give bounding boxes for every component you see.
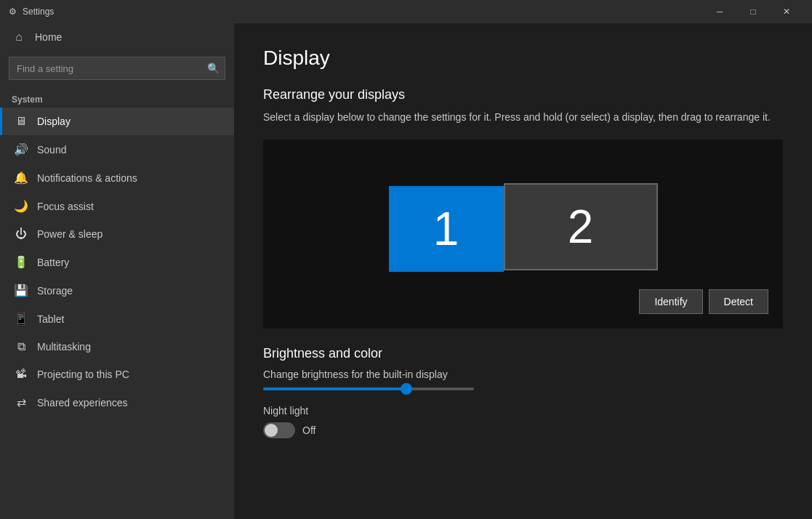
brightness-slider-track[interactable]: [263, 387, 474, 390]
multitasking-label: Multitasking: [37, 341, 91, 353]
brightness-label: Change brightness for the built-in displ…: [263, 369, 783, 380]
brightness-section: Brightness and color Change brightness f…: [263, 346, 783, 438]
monitor-1[interactable]: 1: [389, 186, 504, 272]
title-bar-controls: ─ □ ✕: [703, 0, 803, 23]
minimize-button[interactable]: ─: [703, 0, 736, 23]
night-light-label: Night light: [263, 405, 783, 417]
search-input[interactable]: [9, 57, 225, 80]
sidebar-item-power[interactable]: ⏻ Power & sleep: [0, 220, 234, 248]
close-button[interactable]: ✕: [770, 0, 803, 23]
display-icon: 🖥: [14, 115, 28, 128]
tablet-icon: 📱: [14, 312, 28, 326]
detect-button[interactable]: Detect: [709, 289, 768, 314]
sidebar-item-shared[interactable]: ⇄ Shared experiences: [0, 388, 234, 417]
notifications-icon: 🔔: [14, 171, 28, 185]
monitors-row: 1 2: [389, 183, 658, 272]
home-label: Home: [35, 31, 62, 43]
notifications-label: Notifications & actions: [37, 172, 137, 184]
display-preview: 1 2 Identify Detect: [263, 140, 783, 329]
identify-button[interactable]: Identify: [639, 289, 702, 314]
search-box: 🔍: [9, 57, 225, 80]
toggle-thumb: [265, 424, 278, 437]
rearrange-description: Select a display below to change the set…: [263, 110, 783, 125]
projecting-label: Projecting to this PC: [37, 369, 129, 380]
title-bar: ⚙ Settings ─ □ ✕: [0, 0, 812, 23]
night-light-toggle[interactable]: [263, 422, 295, 438]
app-title: Settings: [23, 7, 54, 17]
sidebar-item-multitasking[interactable]: ⧉ Multitasking: [0, 333, 234, 361]
system-section-label: System: [0, 89, 234, 108]
home-icon: ⌂: [12, 31, 26, 44]
brightness-slider-thumb[interactable]: [401, 383, 412, 395]
sidebar-item-tablet[interactable]: 📱 Tablet: [0, 305, 234, 333]
multitasking-icon: ⧉: [14, 340, 28, 353]
sidebar-item-home[interactable]: ⌂ Home: [0, 23, 234, 51]
sidebar-item-storage[interactable]: 💾 Storage: [0, 276, 234, 305]
brightness-slider-fill: [263, 387, 406, 390]
app-body: ⌂ Home 🔍 System 🖥 Display 🔊 Sound 🔔 Noti…: [0, 23, 812, 519]
shared-icon: ⇄: [14, 395, 28, 409]
display-label: Display: [37, 116, 71, 127]
settings-icon: ⚙: [9, 7, 17, 17]
sidebar-item-notifications[interactable]: 🔔 Notifications & actions: [0, 164, 234, 192]
battery-icon: 🔋: [14, 255, 28, 269]
sidebar: ⌂ Home 🔍 System 🖥 Display 🔊 Sound 🔔 Noti…: [0, 23, 234, 519]
page-title: Display: [263, 47, 783, 70]
focus-label: Focus assist: [37, 201, 94, 212]
night-light-status: Off: [302, 425, 315, 436]
sound-icon: 🔊: [14, 142, 28, 156]
sound-label: Sound: [37, 144, 66, 156]
night-light-toggle-row: Off: [263, 422, 783, 438]
tablet-label: Tablet: [37, 313, 64, 325]
monitor-2[interactable]: 2: [504, 183, 658, 270]
sidebar-item-battery[interactable]: 🔋 Battery: [0, 248, 234, 276]
display-actions: Identify Detect: [278, 289, 768, 314]
search-icon: 🔍: [207, 63, 220, 74]
sidebar-item-display[interactable]: 🖥 Display: [0, 108, 234, 135]
sidebar-item-focus[interactable]: 🌙 Focus assist: [0, 192, 234, 220]
battery-label: Battery: [37, 257, 69, 268]
storage-label: Storage: [37, 285, 73, 297]
brightness-section-title: Brightness and color: [263, 346, 783, 361]
rearrange-title: Rearrange your displays: [263, 87, 783, 102]
storage-icon: 💾: [14, 283, 28, 297]
sidebar-item-projecting[interactable]: 📽 Projecting to this PC: [0, 361, 234, 388]
power-icon: ⏻: [14, 228, 28, 241]
projecting-icon: 📽: [14, 368, 28, 381]
monitor-1-label: 1: [433, 202, 459, 256]
focus-icon: 🌙: [14, 199, 28, 213]
power-label: Power & sleep: [37, 228, 102, 240]
shared-label: Shared experiences: [37, 397, 128, 409]
monitor-2-label: 2: [568, 200, 594, 254]
content-area: Display Rearrange your displays Select a…: [234, 23, 812, 519]
sidebar-item-sound[interactable]: 🔊 Sound: [0, 135, 234, 164]
maximize-button[interactable]: □: [736, 0, 770, 23]
title-bar-left: ⚙ Settings: [9, 7, 54, 17]
